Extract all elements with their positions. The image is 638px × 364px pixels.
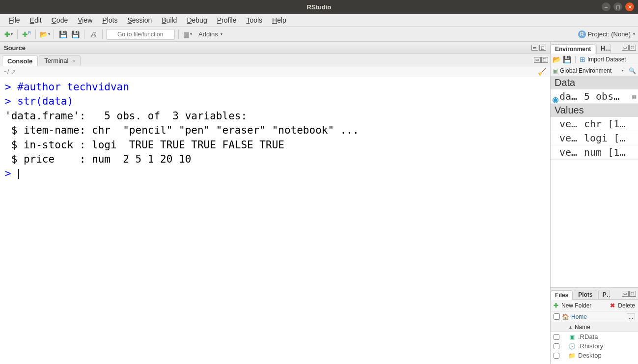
- console-tab[interactable]: Console: [2, 56, 38, 66]
- clear-console-icon[interactable]: 🧹: [538, 68, 546, 76]
- environment-tab[interactable]: Environment: [551, 44, 595, 54]
- main-toolbar: ✚▾ ✚R 📂▾ 💾 💾 🖨 ➦ ▦▾ Addins ▾ R Project: …: [0, 27, 638, 42]
- delete-x-icon: ✖: [610, 302, 615, 309]
- menu-build[interactable]: Build: [157, 15, 182, 25]
- chevron-down-icon[interactable]: ▾: [622, 68, 624, 73]
- save-workspace-icon[interactable]: 💾: [563, 56, 571, 63]
- file-name: .RData: [578, 333, 598, 340]
- env-var-value: logi […: [584, 132, 636, 144]
- console-link-icon[interactable]: ⇗: [11, 68, 16, 75]
- new-folder-button[interactable]: New Folder: [561, 302, 591, 309]
- console-pane-controls: ▭ ▢: [534, 57, 548, 63]
- env-row[interactable]: ◉da…5 obs…▦: [551, 89, 638, 104]
- menu-view[interactable]: View: [73, 15, 97, 25]
- console-tabs: Console Terminal × ▭ ▢: [0, 54, 550, 66]
- files-more-button[interactable]: ...: [627, 313, 635, 320]
- separator: [102, 29, 103, 39]
- search-env-icon[interactable]: 🔍: [629, 67, 636, 74]
- sort-arrow-icon[interactable]: ▲: [568, 325, 573, 330]
- new-file-icon[interactable]: ✚▾: [3, 29, 14, 40]
- new-folder-plus-icon: ✚: [554, 302, 558, 309]
- menu-session[interactable]: Session: [122, 15, 157, 25]
- menu-code[interactable]: Code: [47, 15, 73, 25]
- file-checkbox[interactable]: [554, 343, 559, 349]
- files-select-all-checkbox[interactable]: [554, 313, 560, 320]
- r-project-icon: R: [578, 30, 586, 38]
- env-row[interactable]: ve…chr [1…: [551, 117, 638, 131]
- separator: [84, 29, 84, 39]
- file-checkbox[interactable]: [554, 334, 559, 340]
- env-minimize-icon[interactable]: ▭: [622, 45, 629, 51]
- new-project-icon[interactable]: ✚R: [21, 29, 32, 40]
- menu-file[interactable]: File: [4, 15, 25, 25]
- import-dataset-button[interactable]: Import Dataset: [587, 56, 626, 63]
- files-minimize-icon[interactable]: ▭: [622, 291, 629, 297]
- console-line: > str(data): [5, 94, 545, 109]
- file-row[interactable]: 📁Desktop: [551, 351, 638, 360]
- menu-plots[interactable]: Plots: [97, 15, 122, 25]
- file-row[interactable]: 🕓.Rhistory: [551, 341, 638, 351]
- history-tab[interactable]: His: [596, 44, 611, 54]
- menu-help[interactable]: Help: [267, 15, 291, 25]
- env-var-name: da…: [559, 90, 584, 102]
- close-button[interactable]: ✕: [625, 2, 634, 11]
- load-workspace-icon[interactable]: 📂: [553, 56, 561, 63]
- plots-tab[interactable]: Plots: [574, 290, 597, 300]
- terminal-tab-label: Terminal: [44, 57, 68, 64]
- scope-label[interactable]: Global Environment: [560, 67, 619, 74]
- console-body[interactable]: > #author techvidvan> str(data)'data.fra…: [0, 77, 550, 364]
- delete-button[interactable]: Delete: [618, 302, 635, 309]
- console-minimize-icon[interactable]: ▭: [534, 57, 541, 63]
- file-checkbox[interactable]: [554, 353, 559, 359]
- files-column-header: ▲ Name: [551, 322, 638, 332]
- col-name-label[interactable]: Name: [575, 324, 590, 331]
- env-maximize-icon[interactable]: ▢: [629, 45, 636, 51]
- menu-debug[interactable]: Debug: [182, 15, 212, 25]
- menu-profile[interactable]: Profile: [212, 15, 242, 25]
- files-toolbar: ✚ New Folder ✖ Delete: [551, 300, 638, 311]
- env-values-header: Values: [551, 104, 638, 117]
- goto-file-input[interactable]: [106, 29, 175, 40]
- environment-pane: Environment His ▭ ▢ 📂 💾 ⊞ Import Dataset…: [551, 42, 638, 288]
- terminal-tab[interactable]: Terminal ×: [39, 55, 81, 66]
- source-minimize-icon[interactable]: ▭: [531, 45, 538, 51]
- separator: [178, 29, 179, 39]
- save-icon[interactable]: 💾: [57, 29, 68, 40]
- env-data-header: Data: [551, 76, 638, 89]
- open-file-icon[interactable]: 📂▾: [39, 29, 50, 40]
- project-indicator[interactable]: R Project: (None) ▾: [578, 30, 635, 38]
- expand-icon[interactable]: ◉: [553, 93, 558, 99]
- save-all-icon[interactable]: 💾: [70, 29, 81, 40]
- maximize-button[interactable]: ◻: [613, 2, 622, 11]
- chevron-down-icon: ▾: [633, 32, 635, 36]
- source-maximize-icon[interactable]: ▢: [539, 45, 546, 51]
- file-row[interactable]: ▣.RData: [551, 332, 638, 341]
- console-path: ~/: [4, 68, 9, 75]
- grid-icon[interactable]: ▦▾: [182, 29, 193, 40]
- folder-icon: 📁: [568, 352, 575, 359]
- console-line: > #author techvidvan: [5, 80, 545, 94]
- menu-tools[interactable]: Tools: [241, 15, 267, 25]
- print-icon[interactable]: 🖨: [88, 29, 99, 40]
- env-row[interactable]: ve…num [1…: [551, 145, 638, 160]
- window-titlebar: RStudio – ◻ ✕: [0, 0, 638, 14]
- addins-button[interactable]: Addins ▾: [194, 29, 226, 39]
- window-controls: – ◻ ✕: [602, 2, 634, 11]
- terminal-close-icon[interactable]: ×: [72, 58, 75, 64]
- files-list: ▣.RData🕓.Rhistory📁Desktop: [551, 332, 638, 364]
- menu-edit[interactable]: Edit: [25, 15, 47, 25]
- console-maximize-icon[interactable]: ▢: [541, 57, 548, 63]
- import-dataset-icon[interactable]: ⊞: [580, 56, 585, 63]
- home-icon[interactable]: 🏠: [562, 313, 569, 320]
- breadcrumb-home[interactable]: Home: [571, 313, 587, 320]
- env-pane-controls: ▭ ▢: [622, 45, 636, 51]
- source-header-label: Source: [4, 44, 26, 52]
- environment-scope: ▣ Global Environment ▾ 🔍: [551, 65, 638, 76]
- view-data-icon[interactable]: ▦: [632, 93, 636, 100]
- env-row[interactable]: ve…logi […: [551, 131, 638, 145]
- environment-tabs: Environment His ▭ ▢: [551, 42, 638, 54]
- files-maximize-icon[interactable]: ▢: [629, 291, 636, 297]
- packages-tab[interactable]: Pa: [598, 290, 610, 300]
- minimize-button[interactable]: –: [602, 2, 610, 11]
- files-tab[interactable]: Files: [551, 290, 573, 300]
